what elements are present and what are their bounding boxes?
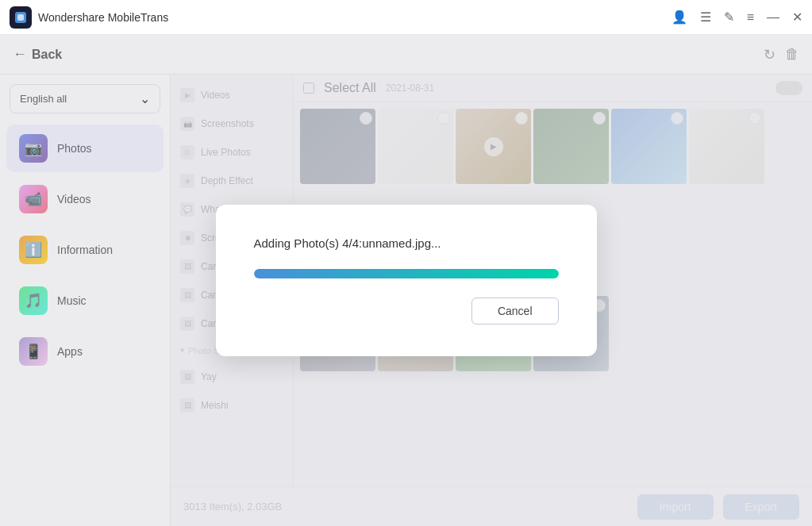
app-title: Wondershare MobileTrans [38, 11, 168, 24]
minimize-icon[interactable]: — [767, 10, 779, 25]
modal-box: Adding Photo(s) 4/4:unnamed.jpg... Cance… [216, 205, 597, 356]
cancel-button[interactable]: Cancel [471, 298, 559, 324]
edit-icon[interactable]: ✎ [724, 10, 734, 25]
modal-overlay: Adding Photo(s) 4/4:unnamed.jpg... Cance… [0, 35, 812, 526]
menu-icon[interactable]: ≡ [747, 10, 754, 25]
app-logo [10, 6, 32, 29]
bookmark-icon[interactable]: ☰ [700, 10, 711, 25]
title-bar: Wondershare MobileTrans 👤 ☰ ✎ ≡ — ✕ [0, 0, 812, 35]
modal-message: Adding Photo(s) 4/4:unnamed.jpg... [254, 236, 559, 250]
progress-bar-fill [254, 269, 559, 278]
progress-bar-container [254, 269, 559, 278]
svg-rect-1 [17, 14, 24, 21]
window-controls: 👤 ☰ ✎ ≡ — ✕ [672, 10, 802, 25]
modal-actions: Cancel [254, 298, 559, 324]
person-icon[interactable]: 👤 [672, 10, 687, 25]
close-icon[interactable]: ✕ [792, 10, 802, 25]
